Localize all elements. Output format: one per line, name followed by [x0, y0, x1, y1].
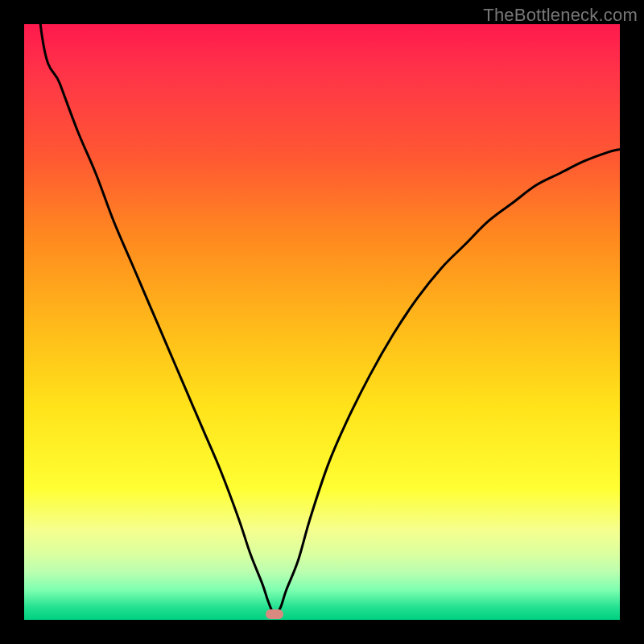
watermark: TheBottleneck.com	[483, 5, 638, 26]
bottleneck-curve	[24, 24, 620, 614]
chart-frame: TheBottleneck.com	[0, 0, 644, 644]
plot-area	[24, 24, 620, 620]
curve-svg	[24, 24, 620, 620]
optimal-marker	[266, 609, 283, 619]
